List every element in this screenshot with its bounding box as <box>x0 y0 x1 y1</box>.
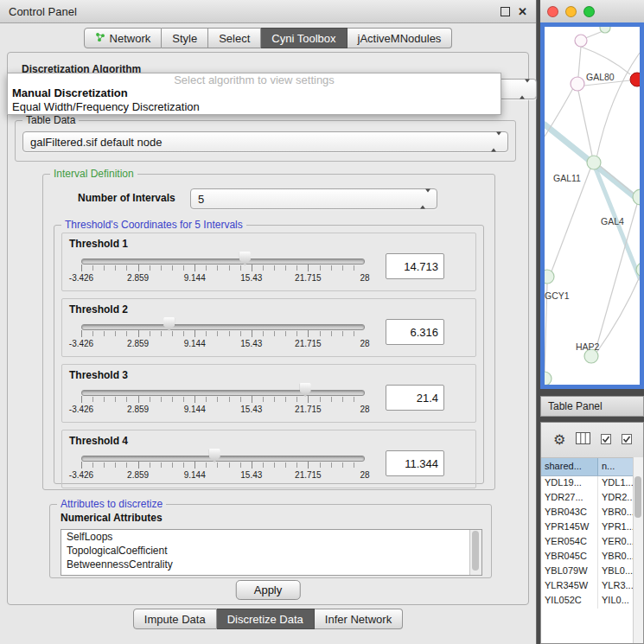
tab-discretize-data[interactable]: Discretize Data <box>217 609 315 629</box>
network-edge[interactable] <box>596 275 640 353</box>
dropdown-placeholder-item: Select algorithm to view settings <box>8 73 501 86</box>
tab-select[interactable]: Select <box>208 28 261 48</box>
table-scrollbar-thumb[interactable] <box>634 476 641 518</box>
column-header-name[interactable]: n... <box>598 458 634 475</box>
threshold-4-slider[interactable]: -3.4262.8599.14415.4321.71528 <box>69 448 377 484</box>
network-edge[interactable] <box>545 88 573 137</box>
table-scrollbar[interactable] <box>633 457 643 643</box>
close-traffic-light-icon[interactable] <box>547 6 558 17</box>
threshold-2-value-field[interactable]: 6.316 <box>386 319 444 345</box>
cell-name[interactable]: YLR3... <box>598 579 634 594</box>
cell-shared-name[interactable]: YDR27... <box>541 491 598 506</box>
cell-name[interactable]: YDR2... <box>598 491 634 506</box>
attribute-item[interactable]: TopologicalCoefficient <box>61 544 481 558</box>
cell-name[interactable]: YDL1... <box>598 476 634 491</box>
table-row[interactable]: YER054C YER0... <box>541 535 634 550</box>
columns-icon[interactable] <box>576 432 590 448</box>
zoom-traffic-light-icon[interactable] <box>583 6 595 17</box>
cell-shared-name[interactable]: YIL052C <box>541 594 598 609</box>
cell-name[interactable]: YIL0... <box>598 594 634 609</box>
table-row[interactable]: YDR27... YDR2... <box>541 491 634 506</box>
control-panel-window: Control Panel ✕ Network Style Select <box>0 0 537 644</box>
network-edge[interactable] <box>552 169 590 271</box>
threshold-3-label: Threshold 3 <box>69 369 128 381</box>
table-row[interactable]: YLR345W YLR3... <box>541 579 634 594</box>
threshold-2-slider[interactable]: -3.4262.8599.14415.4321.71528 <box>69 316 377 353</box>
select-all-checkbox-icon[interactable] <box>601 432 611 448</box>
network-edge[interactable] <box>578 47 581 77</box>
table-row[interactable]: YDL19... YDL1... <box>541 476 634 491</box>
cell-name[interactable]: YPR1... <box>598 520 634 535</box>
list-scrollbar[interactable] <box>469 530 481 575</box>
network-node-gal4[interactable] <box>633 189 640 205</box>
cell-shared-name[interactable]: YLR345W <box>541 579 598 594</box>
minimize-traffic-light-icon[interactable] <box>565 6 577 17</box>
threshold-3-value-field[interactable]: 21.4 <box>386 385 444 411</box>
threshold-1-slider[interactable]: -3.4262.8599.14415.4321.71528 <box>69 251 377 287</box>
cell-shared-name[interactable]: YBL079W <box>541 564 598 579</box>
tab-network[interactable]: Network <box>84 28 163 48</box>
cell-name[interactable]: YER0... <box>598 535 634 550</box>
tick-label: 28 <box>360 405 369 414</box>
slider-track[interactable] <box>81 258 365 265</box>
apply-button[interactable]: Apply <box>236 580 301 600</box>
network-edge[interactable] <box>596 53 640 158</box>
cell-shared-name[interactable]: YBR045C <box>541 550 598 564</box>
float-window-icon[interactable] <box>501 7 510 16</box>
threshold-1-value-field[interactable]: 14.713 <box>386 253 444 279</box>
network-node[interactable] <box>575 35 587 47</box>
cell-shared-name[interactable]: YDL19... <box>541 476 598 491</box>
tab-infer-network[interactable]: Infer Network <box>315 609 403 629</box>
network-node-gal11[interactable] <box>587 156 601 169</box>
slider-track[interactable] <box>81 324 365 330</box>
cell-name[interactable]: YBR0... <box>598 506 634 520</box>
number-of-intervals-label: Number of Intervals <box>78 192 175 204</box>
table-row[interactable]: YBR045C YBR0... <box>541 550 634 564</box>
attribute-item[interactable]: SelfLoops <box>61 530 481 544</box>
dropdown-option-equal-width-frequency[interactable]: Equal Width/Frequency Discretization <box>8 100 501 114</box>
table-row[interactable]: YBL079W YBL0... <box>541 564 634 579</box>
network-canvas[interactable]: GAL80 GAL11 GAL4 GCY1 HAP2 <box>540 22 644 389</box>
network-node-gcy1[interactable] <box>545 270 554 284</box>
thresholds-legend: Threshold's Coordinates for 5 Intervals <box>61 219 246 231</box>
tab-cyni-toolbox[interactable]: Cyni Toolbox <box>261 28 347 48</box>
tick-label: 15.43 <box>240 470 262 480</box>
network-node-selected[interactable] <box>630 73 640 86</box>
network-node[interactable] <box>600 27 610 33</box>
network-edge[interactable] <box>581 47 630 74</box>
threshold-4-value-field[interactable]: 11.344 <box>386 450 444 476</box>
table-panel-titlebar[interactable]: Table Panel <box>540 396 644 417</box>
cell-name[interactable]: YBL0... <box>598 564 634 579</box>
tick-label: 28 <box>360 470 369 480</box>
list-scrollbar-thumb[interactable] <box>472 531 479 571</box>
tab-impute-data[interactable]: Impute Data <box>133 609 217 629</box>
number-of-intervals-combobox[interactable]: 5 <box>190 188 437 209</box>
table-row[interactable]: YIL052C YIL0... <box>541 594 634 609</box>
slider-track[interactable] <box>81 456 365 462</box>
tab-jactivemnodules[interactable]: jActiveMNodules <box>348 28 453 48</box>
gear-icon[interactable]: ⚙ <box>553 433 565 447</box>
cell-shared-name[interactable]: YPR145W <box>541 520 598 535</box>
close-icon[interactable]: ✕ <box>518 6 527 17</box>
tick-label: -3.426 <box>69 339 93 348</box>
deselect-all-checkbox-icon[interactable] <box>622 432 632 448</box>
table-row[interactable]: YBR043C YBR0... <box>541 506 634 520</box>
cell-shared-name[interactable]: YBR043C <box>541 506 598 520</box>
tick-label: -3.426 <box>69 470 93 480</box>
algorithm-dropdown-popup: Select algorithm to view settings Manual… <box>7 73 501 115</box>
table-row[interactable]: YPR145W YPR1... <box>541 520 634 535</box>
network-node-gal80[interactable] <box>571 77 584 91</box>
table-data-combobox[interactable]: galFiltered.sif default node <box>22 131 508 152</box>
tab-style[interactable]: Style <box>162 28 208 48</box>
slider-track[interactable] <box>81 390 365 396</box>
attributes-legend: Attributes to discretize <box>57 498 166 510</box>
attribute-item[interactable]: BetweennessCentrality <box>61 558 481 571</box>
cell-shared-name[interactable]: YER054C <box>541 535 598 550</box>
threshold-3-slider[interactable]: -3.4262.8599.14415.4321.71528 <box>69 382 377 418</box>
network-edge[interactable] <box>578 91 592 156</box>
column-header-shared-name[interactable]: shared... <box>541 458 598 475</box>
network-node[interactable] <box>545 372 552 385</box>
cell-name[interactable]: YBR0... <box>598 550 634 564</box>
dropdown-option-manual-discretization[interactable]: Manual Discretization <box>8 86 501 100</box>
tab-label: Impute Data <box>144 613 206 626</box>
